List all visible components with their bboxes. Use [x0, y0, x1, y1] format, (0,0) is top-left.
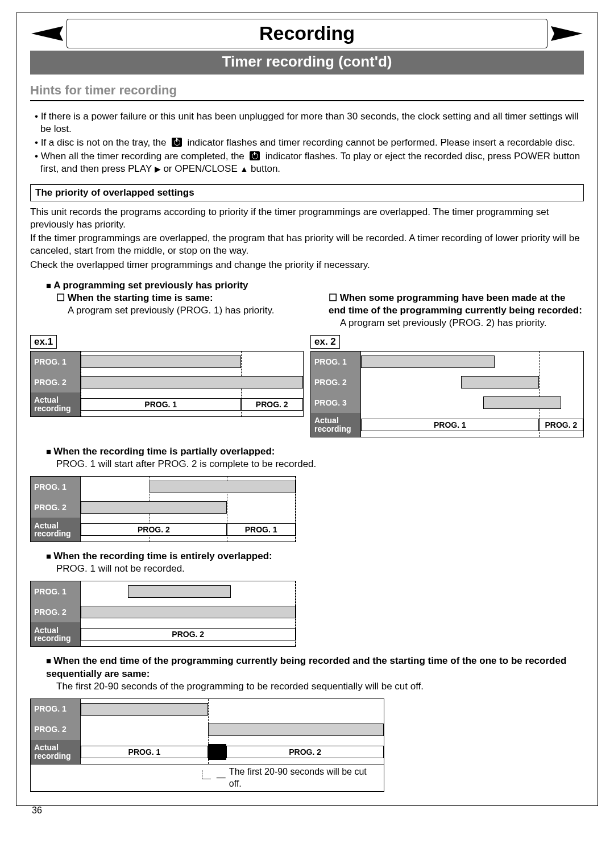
hint-item: When all the timer recording are complet…: [35, 150, 584, 175]
row-label: PROG. 1: [31, 581, 81, 602]
annotation-bracket-icon: [202, 770, 211, 779]
section-title: Timer recording (cont'd): [30, 51, 584, 75]
case-desc: PROG. 1 will start after PROG. 2 is comp…: [56, 458, 584, 470]
row-label: PROG. 2: [311, 372, 361, 392]
case-desc: PROG. 1 will not be recorded.: [56, 563, 584, 575]
eject-icon: ▲: [240, 164, 248, 173]
case-heading: When the end time of the programming cur…: [46, 655, 584, 680]
cutoff-annotation: — The first 20-90 seconds will be cut of…: [30, 764, 384, 792]
priority-intro: If the timer programmings are overlapped…: [30, 232, 584, 257]
banner-left-decoration: [30, 25, 64, 42]
banner-right-decoration: [550, 25, 584, 42]
subcase-desc: A program set previously (PROG. 2) has p…: [340, 317, 584, 329]
example-label: ex.1: [30, 335, 57, 349]
row-label: PROG. 2: [31, 720, 81, 740]
priority-intro: This unit records the programs according…: [30, 206, 584, 231]
chart-sequential: PROG. 1 PROG. 2 Actual recording PROG. 1…: [30, 698, 384, 792]
subcase-heading: When some programming have been made at …: [329, 292, 584, 317]
row-label: PROG. 2: [31, 372, 81, 392]
example-label: ex. 2: [310, 335, 340, 349]
row-label: PROG. 2: [31, 497, 81, 518]
actual-segment: PROG. 2: [241, 398, 303, 411]
case-entire-overlap: When the recording time is entirely over…: [46, 550, 584, 575]
chapter-banner: Recording: [30, 19, 584, 48]
priority-heading-box: The priority of overlapped settings: [30, 184, 584, 201]
actual-segment: PROG. 1: [81, 398, 241, 411]
hint-text: If there is a power failure or this unit…: [40, 111, 579, 134]
chart-ex2: ex. 2 PROG. 1 PROG. 2 PROG. 3 Actual rec…: [310, 335, 584, 437]
case-partial-overlap: When the recording time is partially ove…: [46, 445, 584, 470]
hint-item: If a disc is not on the tray, the indica…: [35, 137, 584, 149]
row-label: Actual recording: [31, 622, 81, 646]
hints-heading: Hints for timer recording: [30, 82, 584, 101]
cutoff-segment: [208, 744, 226, 760]
hint-item: If there is a power failure or this unit…: [35, 110, 584, 135]
actual-segment: PROG. 2: [81, 628, 296, 640]
actual-segment: PROG. 2: [539, 419, 583, 431]
row-label: PROG. 1: [31, 352, 81, 372]
subcase-desc: A program set previously (PROG. 1) has p…: [68, 304, 312, 317]
page-frame: Recording Timer recording (cont'd) Hints…: [16, 13, 598, 806]
case-previous-priority: A programming set previously has priorit…: [46, 279, 584, 329]
row-label: Actual recording: [31, 518, 81, 542]
timer-indicator-icon: [250, 151, 260, 160]
row-label: Actual recording: [31, 740, 81, 764]
row-label: PROG. 1: [31, 699, 81, 720]
page-number: 36: [32, 805, 42, 817]
actual-segment: PROG. 1: [361, 419, 539, 431]
row-label: PROG. 3: [311, 392, 361, 413]
case-heading: When the recording time is partially ove…: [46, 445, 584, 458]
case-sequential: When the end time of the programming cur…: [46, 655, 584, 692]
timer-indicator-icon: [172, 138, 182, 147]
chart-partial: PROG. 1 PROG. 2 Actual recording PROG. 2…: [30, 476, 296, 542]
annotation-text: The first 20-90 seconds will be cut off.: [229, 766, 379, 790]
case-desc: The first 20-90 seconds of the programmi…: [56, 680, 584, 693]
actual-segment: PROG. 1: [227, 523, 296, 536]
chart-ex1: ex.1 PROG. 1 PROG. 2 Actual recording PR…: [30, 335, 304, 417]
case-heading: A programming set previously has priorit…: [46, 279, 584, 292]
row-label: Actual recording: [31, 392, 81, 416]
priority-intro: Check the overlapped timer programmings …: [30, 259, 584, 271]
row-label: PROG. 2: [31, 602, 81, 622]
actual-segment: PROG. 1: [81, 746, 208, 758]
case-heading: When the recording time is entirely over…: [46, 550, 584, 563]
chapter-title: Recording: [67, 19, 547, 48]
hints-list: If there is a power failure or this unit…: [30, 110, 584, 175]
subcase-heading: When the starting time is same:: [56, 292, 312, 304]
row-label: PROG. 1: [311, 352, 361, 372]
row-label: Actual recording: [311, 413, 361, 437]
play-icon: ▶: [155, 164, 161, 173]
actual-segment: PROG. 2: [81, 523, 227, 536]
chart-entire: PROG. 1 PROG. 2 Actual recording PROG. 2: [30, 581, 296, 647]
actual-segment: PROG. 2: [226, 746, 384, 758]
row-label: PROG. 1: [31, 477, 81, 497]
